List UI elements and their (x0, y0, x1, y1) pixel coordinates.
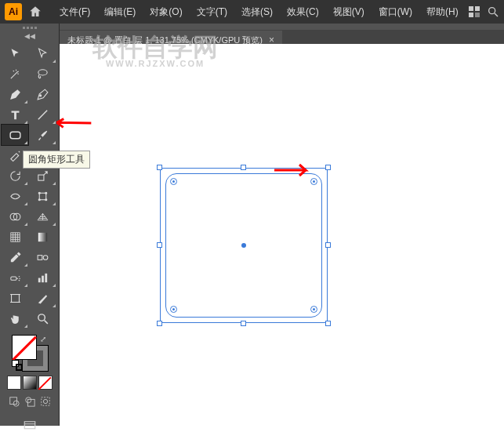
direct-selection-tool[interactable] (30, 43, 56, 64)
menu-help[interactable]: 帮助(H) (420, 2, 465, 22)
svg-rect-30 (42, 275, 44, 282)
center-point (241, 243, 246, 248)
artboard-tool[interactable] (2, 288, 28, 308)
svg-rect-2 (469, 13, 473, 17)
color-mode-gradient[interactable] (23, 376, 37, 390)
symbol-sprayer-tool[interactable] (2, 267, 28, 288)
handle-bottom-right[interactable] (325, 321, 331, 326)
shape-builder-tool[interactable] (2, 206, 28, 227)
svg-line-38 (45, 320, 48, 323)
column-graph-tool[interactable] (30, 267, 56, 288)
svg-point-14 (38, 198, 40, 200)
menu-file[interactable]: 文件(F) (53, 2, 96, 22)
type-tool[interactable] (2, 104, 28, 125)
default-fill-stroke-icon[interactable] (12, 360, 23, 371)
search-icon[interactable] (487, 5, 499, 18)
svg-point-41 (25, 398, 31, 403)
svg-rect-25 (38, 232, 47, 241)
draw-inside-icon[interactable] (38, 394, 53, 408)
svg-rect-10 (38, 175, 44, 180)
menu-edit[interactable]: 编辑(E) (98, 2, 142, 22)
svg-point-4 (489, 8, 495, 14)
eyedropper-tool[interactable] (2, 247, 28, 267)
menu-type[interactable]: 文字(T) (190, 2, 234, 22)
width-tool[interactable] (2, 186, 28, 206)
menu-select[interactable]: 选择(S) (235, 2, 279, 22)
handle-bottom-left[interactable] (157, 321, 162, 326)
draw-normal-icon[interactable] (7, 394, 21, 408)
tools-panel: ◀◀ (0, 24, 60, 426)
lasso-tool[interactable] (30, 64, 56, 84)
corner-widget-bottom-left[interactable] (170, 306, 177, 313)
control-bar (60, 24, 504, 30)
home-icon[interactable] (28, 5, 42, 19)
color-mode-none[interactable] (38, 376, 53, 390)
svg-point-13 (45, 192, 47, 194)
gradient-tool[interactable] (30, 227, 56, 247)
hand-tool[interactable] (2, 308, 28, 329)
handle-top-left[interactable] (157, 165, 162, 170)
app-logo: Ai (5, 3, 22, 20)
annotation-arrow-2 (273, 158, 312, 185)
mesh-tool[interactable] (2, 227, 28, 247)
perspective-grid-tool[interactable] (30, 206, 56, 227)
menu-view[interactable]: 视图(V) (327, 2, 371, 22)
tool-tooltip: 圆角矩形工具 (23, 151, 90, 169)
swap-fill-stroke-icon[interactable]: ⤢ (40, 335, 46, 343)
handle-top-right[interactable] (325, 165, 331, 170)
corner-widget-top-left[interactable] (170, 178, 177, 185)
svg-rect-43 (41, 398, 49, 406)
handle-middle-left[interactable] (157, 242, 162, 248)
rounded-rectangle-tool[interactable] (2, 125, 28, 145)
collapse-panel-icon[interactable]: ◀◀ (0, 31, 59, 42)
svg-rect-11 (39, 193, 46, 200)
svg-point-37 (38, 314, 45, 321)
handle-middle-right[interactable] (325, 242, 331, 248)
menu-bar: Ai 文件(F) 编辑(E) 对象(O) 文字(T) 选择(S) 效果(C) 视… (0, 0, 504, 24)
draw-behind-icon[interactable] (23, 394, 37, 408)
svg-point-40 (13, 401, 19, 406)
handle-bottom-middle[interactable] (241, 321, 246, 326)
pen-tool[interactable] (2, 84, 28, 104)
fill-stroke-control[interactable]: ⤢ (12, 335, 48, 371)
svg-point-44 (43, 399, 47, 403)
blend-tool[interactable] (30, 247, 56, 267)
svg-rect-1 (475, 6, 480, 11)
svg-point-12 (38, 192, 40, 194)
svg-line-5 (495, 13, 498, 16)
svg-rect-0 (469, 6, 473, 11)
menu-window[interactable]: 窗口(W) (372, 2, 419, 22)
svg-point-15 (45, 198, 47, 200)
canvas-area: 未标题-1 @ 置白 层 1, 131.75% (CMYK/GPU 预览) × (60, 24, 504, 426)
svg-point-7 (40, 94, 42, 96)
free-transform-tool[interactable] (30, 186, 56, 206)
selection-tool[interactable] (2, 43, 28, 64)
svg-rect-28 (10, 277, 16, 280)
svg-rect-26 (38, 255, 42, 260)
svg-rect-32 (11, 294, 19, 302)
svg-point-27 (43, 255, 48, 260)
corner-widget-bottom-right[interactable] (310, 306, 317, 313)
zoom-tool[interactable] (30, 308, 56, 329)
magic-wand-tool[interactable] (2, 64, 28, 84)
panel-grip[interactable] (0, 27, 59, 29)
slice-tool[interactable] (30, 288, 56, 308)
workspace-switcher-icon[interactable] (468, 5, 480, 18)
svg-point-6 (38, 69, 47, 74)
svg-rect-29 (38, 278, 41, 282)
fill-swatch[interactable] (12, 335, 37, 360)
svg-rect-3 (475, 13, 480, 17)
menu-object[interactable]: 对象(O) (143, 2, 188, 22)
curvature-tool[interactable] (30, 84, 56, 104)
artboard[interactable] (60, 44, 504, 426)
svg-rect-31 (45, 273, 47, 281)
handle-top-middle[interactable] (241, 165, 246, 170)
color-mode-solid[interactable] (7, 376, 21, 390)
screen-mode-icon[interactable] (17, 416, 42, 432)
svg-rect-45 (24, 422, 35, 429)
svg-rect-9 (10, 132, 20, 139)
selected-shape[interactable] (160, 168, 328, 323)
menu-effect[interactable]: 效果(C) (281, 2, 325, 22)
svg-line-8 (38, 110, 47, 118)
